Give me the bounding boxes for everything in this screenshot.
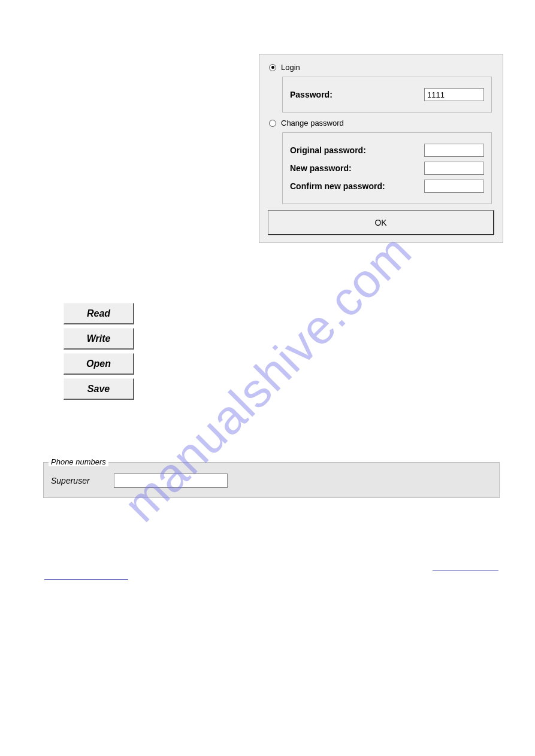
ok-button[interactable]: OK [268,210,494,235]
new-password-input[interactable] [424,162,484,175]
original-password-row: Original password: [290,144,484,157]
superuser-input[interactable] [114,473,228,488]
confirm-password-label: Confirm new password: [290,181,385,191]
write-button[interactable]: Write [64,328,134,350]
original-password-label: Original password: [290,145,366,155]
link-underline-right[interactable] [433,570,498,570]
login-dialog: Login Password: Change password Original… [259,54,503,243]
new-password-label: New password: [290,163,352,173]
radio-login-row[interactable]: Login [269,63,497,72]
login-box: Password: [282,77,492,113]
button-stack: Read Write Open Save [64,303,134,400]
open-button[interactable]: Open [64,353,134,375]
radio-change-row[interactable]: Change password [269,119,497,127]
radio-change-dot[interactable] [269,120,276,127]
link-underline-left[interactable] [44,579,128,580]
read-button[interactable]: Read [64,303,134,324]
password-input[interactable] [424,88,484,101]
password-row: Password: [290,88,484,101]
superuser-label: Superuser [51,476,90,485]
phone-inner-row: Superuser [44,463,499,488]
original-password-input[interactable] [424,144,484,157]
new-password-row: New password: [290,162,484,175]
phone-numbers-legend: Phone numbers [49,457,108,466]
radio-change-label: Change password [281,119,344,127]
change-password-box: Original password: New password: Confirm… [282,132,492,204]
confirm-password-row: Confirm new password: [290,180,484,193]
password-label: Password: [290,90,333,99]
save-button[interactable]: Save [64,378,134,400]
radio-login-label: Login [281,63,300,72]
radio-login-dot[interactable] [269,64,276,71]
phone-numbers-group: Phone numbers Superuser [43,462,500,498]
confirm-password-input[interactable] [424,180,484,193]
